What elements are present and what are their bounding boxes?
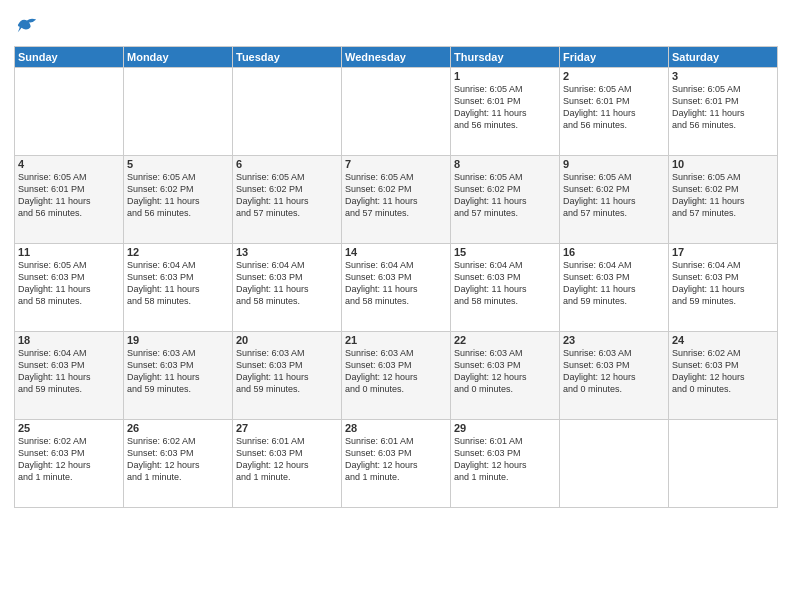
day-cell: 25Sunrise: 6:02 AM Sunset: 6:03 PM Dayli… xyxy=(15,419,124,507)
logo-bird-icon xyxy=(16,14,38,36)
calendar-body: 1Sunrise: 6:05 AM Sunset: 6:01 PM Daylig… xyxy=(15,67,778,507)
day-number: 13 xyxy=(236,246,338,258)
day-info: Sunrise: 6:04 AM Sunset: 6:03 PM Dayligh… xyxy=(345,259,447,308)
day-cell: 8Sunrise: 6:05 AM Sunset: 6:02 PM Daylig… xyxy=(451,155,560,243)
day-info: Sunrise: 6:04 AM Sunset: 6:03 PM Dayligh… xyxy=(127,259,229,308)
day-cell: 13Sunrise: 6:04 AM Sunset: 6:03 PM Dayli… xyxy=(233,243,342,331)
day-info: Sunrise: 6:01 AM Sunset: 6:03 PM Dayligh… xyxy=(345,435,447,484)
header-cell-monday: Monday xyxy=(124,46,233,67)
day-number: 1 xyxy=(454,70,556,82)
day-cell: 4Sunrise: 6:05 AM Sunset: 6:01 PM Daylig… xyxy=(15,155,124,243)
day-cell: 15Sunrise: 6:04 AM Sunset: 6:03 PM Dayli… xyxy=(451,243,560,331)
week-row-1: 1Sunrise: 6:05 AM Sunset: 6:01 PM Daylig… xyxy=(15,67,778,155)
day-cell: 20Sunrise: 6:03 AM Sunset: 6:03 PM Dayli… xyxy=(233,331,342,419)
day-number: 6 xyxy=(236,158,338,170)
day-cell: 11Sunrise: 6:05 AM Sunset: 6:03 PM Dayli… xyxy=(15,243,124,331)
day-cell: 2Sunrise: 6:05 AM Sunset: 6:01 PM Daylig… xyxy=(560,67,669,155)
day-number: 10 xyxy=(672,158,774,170)
day-info: Sunrise: 6:01 AM Sunset: 6:03 PM Dayligh… xyxy=(454,435,556,484)
day-cell: 1Sunrise: 6:05 AM Sunset: 6:01 PM Daylig… xyxy=(451,67,560,155)
calendar-header: SundayMondayTuesdayWednesdayThursdayFrid… xyxy=(15,46,778,67)
day-info: Sunrise: 6:05 AM Sunset: 6:01 PM Dayligh… xyxy=(672,83,774,132)
day-number: 4 xyxy=(18,158,120,170)
day-cell: 27Sunrise: 6:01 AM Sunset: 6:03 PM Dayli… xyxy=(233,419,342,507)
day-cell xyxy=(15,67,124,155)
day-number: 5 xyxy=(127,158,229,170)
day-info: Sunrise: 6:02 AM Sunset: 6:03 PM Dayligh… xyxy=(672,347,774,396)
day-info: Sunrise: 6:05 AM Sunset: 6:02 PM Dayligh… xyxy=(454,171,556,220)
day-info: Sunrise: 6:03 AM Sunset: 6:03 PM Dayligh… xyxy=(454,347,556,396)
day-number: 24 xyxy=(672,334,774,346)
day-info: Sunrise: 6:02 AM Sunset: 6:03 PM Dayligh… xyxy=(127,435,229,484)
day-info: Sunrise: 6:04 AM Sunset: 6:03 PM Dayligh… xyxy=(563,259,665,308)
day-cell: 7Sunrise: 6:05 AM Sunset: 6:02 PM Daylig… xyxy=(342,155,451,243)
header-cell-friday: Friday xyxy=(560,46,669,67)
day-number: 25 xyxy=(18,422,120,434)
day-info: Sunrise: 6:04 AM Sunset: 6:03 PM Dayligh… xyxy=(236,259,338,308)
day-info: Sunrise: 6:03 AM Sunset: 6:03 PM Dayligh… xyxy=(236,347,338,396)
day-cell: 19Sunrise: 6:03 AM Sunset: 6:03 PM Dayli… xyxy=(124,331,233,419)
day-info: Sunrise: 6:03 AM Sunset: 6:03 PM Dayligh… xyxy=(345,347,447,396)
day-number: 14 xyxy=(345,246,447,258)
header-cell-wednesday: Wednesday xyxy=(342,46,451,67)
day-number: 15 xyxy=(454,246,556,258)
day-info: Sunrise: 6:05 AM Sunset: 6:01 PM Dayligh… xyxy=(454,83,556,132)
day-info: Sunrise: 6:05 AM Sunset: 6:02 PM Dayligh… xyxy=(672,171,774,220)
day-info: Sunrise: 6:04 AM Sunset: 6:03 PM Dayligh… xyxy=(454,259,556,308)
day-cell: 10Sunrise: 6:05 AM Sunset: 6:02 PM Dayli… xyxy=(669,155,778,243)
day-number: 22 xyxy=(454,334,556,346)
day-number: 8 xyxy=(454,158,556,170)
page: SundayMondayTuesdayWednesdayThursdayFrid… xyxy=(0,0,792,612)
day-info: Sunrise: 6:03 AM Sunset: 6:03 PM Dayligh… xyxy=(127,347,229,396)
header-cell-thursday: Thursday xyxy=(451,46,560,67)
day-info: Sunrise: 6:04 AM Sunset: 6:03 PM Dayligh… xyxy=(672,259,774,308)
day-info: Sunrise: 6:05 AM Sunset: 6:02 PM Dayligh… xyxy=(563,171,665,220)
day-number: 29 xyxy=(454,422,556,434)
day-cell: 21Sunrise: 6:03 AM Sunset: 6:03 PM Dayli… xyxy=(342,331,451,419)
day-cell: 18Sunrise: 6:04 AM Sunset: 6:03 PM Dayli… xyxy=(15,331,124,419)
day-info: Sunrise: 6:04 AM Sunset: 6:03 PM Dayligh… xyxy=(18,347,120,396)
day-number: 18 xyxy=(18,334,120,346)
week-row-3: 11Sunrise: 6:05 AM Sunset: 6:03 PM Dayli… xyxy=(15,243,778,331)
day-cell: 28Sunrise: 6:01 AM Sunset: 6:03 PM Dayli… xyxy=(342,419,451,507)
header-cell-sunday: Sunday xyxy=(15,46,124,67)
day-cell: 24Sunrise: 6:02 AM Sunset: 6:03 PM Dayli… xyxy=(669,331,778,419)
day-cell: 17Sunrise: 6:04 AM Sunset: 6:03 PM Dayli… xyxy=(669,243,778,331)
day-info: Sunrise: 6:05 AM Sunset: 6:01 PM Dayligh… xyxy=(18,171,120,220)
day-number: 2 xyxy=(563,70,665,82)
day-number: 12 xyxy=(127,246,229,258)
logo-text xyxy=(14,14,38,40)
day-number: 23 xyxy=(563,334,665,346)
day-cell xyxy=(233,67,342,155)
day-cell xyxy=(124,67,233,155)
day-cell: 16Sunrise: 6:04 AM Sunset: 6:03 PM Dayli… xyxy=(560,243,669,331)
day-cell: 12Sunrise: 6:04 AM Sunset: 6:03 PM Dayli… xyxy=(124,243,233,331)
day-cell xyxy=(669,419,778,507)
day-info: Sunrise: 6:05 AM Sunset: 6:01 PM Dayligh… xyxy=(563,83,665,132)
day-info: Sunrise: 6:05 AM Sunset: 6:02 PM Dayligh… xyxy=(236,171,338,220)
day-number: 21 xyxy=(345,334,447,346)
day-cell xyxy=(560,419,669,507)
day-cell: 3Sunrise: 6:05 AM Sunset: 6:01 PM Daylig… xyxy=(669,67,778,155)
day-cell: 29Sunrise: 6:01 AM Sunset: 6:03 PM Dayli… xyxy=(451,419,560,507)
day-cell: 6Sunrise: 6:05 AM Sunset: 6:02 PM Daylig… xyxy=(233,155,342,243)
logo xyxy=(14,14,38,40)
day-number: 9 xyxy=(563,158,665,170)
week-row-2: 4Sunrise: 6:05 AM Sunset: 6:01 PM Daylig… xyxy=(15,155,778,243)
header-row: SundayMondayTuesdayWednesdayThursdayFrid… xyxy=(15,46,778,67)
header-cell-tuesday: Tuesday xyxy=(233,46,342,67)
day-cell: 5Sunrise: 6:05 AM Sunset: 6:02 PM Daylig… xyxy=(124,155,233,243)
week-row-4: 18Sunrise: 6:04 AM Sunset: 6:03 PM Dayli… xyxy=(15,331,778,419)
calendar-table: SundayMondayTuesdayWednesdayThursdayFrid… xyxy=(14,46,778,508)
day-info: Sunrise: 6:05 AM Sunset: 6:02 PM Dayligh… xyxy=(127,171,229,220)
day-info: Sunrise: 6:05 AM Sunset: 6:03 PM Dayligh… xyxy=(18,259,120,308)
week-row-5: 25Sunrise: 6:02 AM Sunset: 6:03 PM Dayli… xyxy=(15,419,778,507)
day-cell xyxy=(342,67,451,155)
day-cell: 9Sunrise: 6:05 AM Sunset: 6:02 PM Daylig… xyxy=(560,155,669,243)
day-info: Sunrise: 6:03 AM Sunset: 6:03 PM Dayligh… xyxy=(563,347,665,396)
day-number: 16 xyxy=(563,246,665,258)
day-number: 7 xyxy=(345,158,447,170)
day-number: 19 xyxy=(127,334,229,346)
day-cell: 22Sunrise: 6:03 AM Sunset: 6:03 PM Dayli… xyxy=(451,331,560,419)
day-info: Sunrise: 6:01 AM Sunset: 6:03 PM Dayligh… xyxy=(236,435,338,484)
